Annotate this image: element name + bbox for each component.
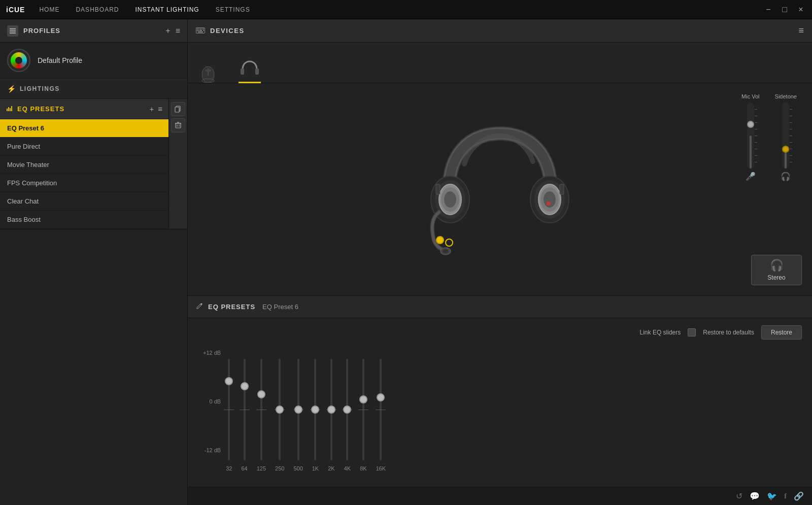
- eq-thumb-2K[interactable]: [327, 406, 335, 414]
- nav-dashboard[interactable]: DASHBOARD: [74, 4, 121, 15]
- preset-item-3[interactable]: FPS Competition: [0, 174, 168, 192]
- twitter-icon[interactable]: 🐦: [767, 491, 777, 501]
- svg-rect-24: [198, 31, 203, 32]
- preset-item-1[interactable]: Pure Direct: [0, 138, 168, 156]
- nav-instant-lighting[interactable]: INSTANT LIGHTING: [133, 4, 201, 15]
- db-label-0: 0 dB: [203, 398, 221, 405]
- eq-track-4K[interactable]: [346, 359, 348, 460]
- svg-rect-30: [241, 69, 244, 75]
- eq-track-8K[interactable]: [362, 359, 364, 460]
- eq-thumb-8K[interactable]: [359, 395, 367, 403]
- eq-band-64: 64: [241, 359, 247, 472]
- profile-item[interactable]: Default Profile: [0, 43, 187, 79]
- svg-rect-1: [10, 30, 16, 31]
- side-controls: Mic Vol: [741, 93, 797, 181]
- refresh-icon[interactable]: ↺: [736, 491, 742, 501]
- nav-home[interactable]: HOME: [37, 4, 61, 15]
- eq-thumb-64[interactable]: [241, 382, 249, 390]
- preset-item-2[interactable]: Movie Theater: [0, 156, 168, 174]
- eq-panel-title: EQ PRESETS: [208, 303, 255, 311]
- eq-track-125[interactable]: [260, 359, 262, 460]
- eq-thumb-4K[interactable]: [343, 406, 351, 414]
- status-bar: ↺ 💬 🐦 f 🔗: [188, 487, 812, 505]
- db-label-plus12: +12 dB: [203, 350, 221, 356]
- eq-presets-sidebar-title: EQ PRESETS: [17, 105, 145, 113]
- profiles-menu-button[interactable]: ≡: [176, 26, 180, 36]
- lightning-icon: ⚡: [7, 85, 16, 93]
- svg-rect-8: [175, 107, 179, 112]
- eq-thumb-250[interactable]: [276, 406, 284, 414]
- device-selector: [188, 43, 812, 83]
- svg-point-48: [446, 239, 453, 246]
- eq-thumb-125[interactable]: [257, 390, 265, 398]
- sidetone-thumb[interactable]: [782, 146, 789, 153]
- restore-button[interactable]: Restore: [761, 325, 802, 340]
- eq-track-250[interactable]: [279, 359, 281, 460]
- profiles-add-button[interactable]: +: [165, 26, 170, 36]
- headphone-icon: 🎧: [781, 172, 791, 181]
- eq-freq-label-1K: 1K: [312, 465, 319, 472]
- eq-thumb-16K[interactable]: [377, 393, 385, 401]
- window-controls: − □ ×: [763, 5, 806, 14]
- svg-rect-21: [198, 30, 199, 31]
- link-icon[interactable]: 🔗: [794, 491, 804, 501]
- eq-track-64[interactable]: [244, 359, 246, 460]
- eq-thumb-32[interactable]: [225, 377, 233, 385]
- eq-db-labels: +12 dB 0 dB -12 dB: [203, 345, 221, 472]
- eq-panel-preset-name: EQ Preset 6: [262, 303, 298, 311]
- svg-rect-23: [203, 30, 204, 31]
- preset-list: EQ Preset 6 Pure Direct Movie Theater FP…: [0, 119, 168, 229]
- nav-settings[interactable]: SETTINGS: [214, 4, 252, 15]
- minimize-button[interactable]: −: [763, 5, 773, 14]
- eq-track-1K[interactable]: [314, 359, 316, 460]
- svg-rect-19: [203, 28, 204, 29]
- device-headset[interactable]: [239, 59, 261, 83]
- eq-band-500: 500: [293, 359, 302, 472]
- eq-copy-button[interactable]: [171, 102, 185, 116]
- eq-freq-label-250: 250: [275, 465, 284, 472]
- eq-track-500[interactable]: [297, 359, 299, 460]
- eq-panel-header: EQ PRESETS EQ Preset 6: [188, 296, 812, 318]
- devices-menu-button[interactable]: ≡: [798, 25, 804, 36]
- eq-header-buttons: + ≡: [149, 105, 162, 113]
- profiles-actions: + ≡: [165, 26, 180, 36]
- eq-menu-button[interactable]: ≡: [158, 105, 162, 113]
- mic-icon: 🎤: [746, 172, 756, 181]
- eq-track-32[interactable]: [228, 359, 230, 460]
- devices-title: DEVICES: [210, 27, 793, 35]
- eq-sliders-area: +12 dB 0 dB -12 dB 32 64: [188, 340, 812, 487]
- preset-item-4[interactable]: Clear Chat: [0, 192, 168, 211]
- eq-thumb-1K[interactable]: [311, 406, 319, 414]
- eq-band-1K: 1K: [312, 359, 319, 472]
- mic-vol-thumb[interactable]: [747, 121, 754, 128]
- svg-point-27: [205, 70, 208, 72]
- db-label-minus12: -12 dB: [203, 447, 221, 453]
- preset-item-5[interactable]: Bass Boost: [0, 211, 168, 229]
- preset-item-0[interactable]: EQ Preset 6: [0, 119, 168, 138]
- stereo-label: Stereo: [767, 274, 785, 281]
- eq-freq-label-500: 500: [293, 465, 302, 472]
- right-panel: DEVICES ≡: [188, 19, 812, 505]
- chat-icon[interactable]: 💬: [750, 491, 760, 501]
- svg-point-44: [547, 201, 551, 206]
- eq-freq-label-8K: 8K: [360, 465, 366, 472]
- svg-rect-22: [200, 30, 202, 31]
- eq-band-2K: 2K: [328, 359, 334, 472]
- stereo-button[interactable]: 🎧 Stereo: [751, 255, 802, 285]
- link-eq-checkbox[interactable]: [688, 328, 696, 336]
- eq-delete-button[interactable]: [171, 118, 185, 132]
- eq-presets-header: EQ PRESETS + ≡: [0, 99, 168, 119]
- link-eq-label: Link EQ sliders: [640, 329, 681, 336]
- devices-header: DEVICES ≡: [188, 19, 812, 43]
- eq-thumb-500[interactable]: [294, 406, 302, 414]
- eq-panel: EQ PRESETS EQ Preset 6 Link EQ sliders R…: [188, 295, 812, 487]
- svg-rect-15: [197, 28, 198, 29]
- close-button[interactable]: ×: [796, 5, 806, 14]
- eq-add-button[interactable]: +: [149, 105, 154, 113]
- device-and-controls: Mic Vol: [188, 83, 812, 295]
- device-mouse[interactable]: [198, 64, 218, 83]
- eq-track-16K[interactable]: [380, 359, 382, 460]
- eq-track-2K[interactable]: [330, 359, 332, 460]
- facebook-icon[interactable]: f: [784, 492, 787, 500]
- maximize-button[interactable]: □: [780, 5, 790, 14]
